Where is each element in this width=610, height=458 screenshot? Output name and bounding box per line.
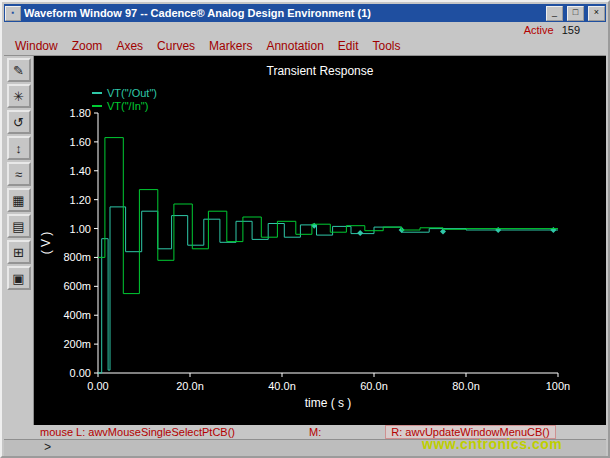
menu-curves[interactable]: Curves	[150, 39, 202, 53]
left-toolbar: ✎ ✳ ↺ ↕ ≈ ▦ ▤ ⊞ ▣	[4, 56, 34, 425]
x-axis-label: time ( s )	[305, 396, 352, 410]
waveform-tool-icon[interactable]: ≈	[7, 162, 31, 186]
x-tick-label: 80.0n	[452, 380, 480, 392]
grid-tool-icon[interactable]: ▣	[7, 266, 31, 290]
legend-swatch-in	[92, 105, 102, 107]
active-status-row: Active 159	[4, 22, 606, 37]
x-tick-label: 60.0n	[360, 380, 388, 392]
window-menu-icon[interactable]: ▪	[5, 6, 21, 21]
y-axis-label: ( V )	[39, 232, 53, 255]
prompt-symbol: >	[44, 441, 51, 455]
y-tick-label: 1.00	[70, 223, 91, 235]
menu-annotation[interactable]: Annotation	[259, 39, 330, 53]
active-label: Active	[524, 24, 554, 36]
watermark-text: www.cntronics.com	[422, 436, 562, 452]
window-body: ✎ ✳ ↺ ↕ ≈ ▦ ▤ ⊞ ▣ Transient Response VT(…	[4, 56, 606, 425]
y-tick-label: 600m	[63, 280, 91, 292]
trace-out[interactable]	[98, 207, 558, 373]
y-tick-label: 200m	[63, 338, 91, 350]
data-marker[interactable]	[495, 227, 501, 233]
menu-window[interactable]: Window	[8, 39, 65, 53]
menu-bar: Window Zoom Axes Curves Markers Annotati…	[4, 37, 606, 56]
axes	[98, 113, 558, 373]
legend-swatch-out	[92, 92, 102, 94]
x-tick-label: 0.00	[87, 380, 108, 392]
y-tick-label: 1.40	[70, 165, 91, 177]
legend-item-out[interactable]: VT("/Out")	[92, 86, 157, 99]
x-tick-label: 100n	[546, 380, 570, 392]
title-bar[interactable]: ▪ Waveform Window 97 -- Cadence® Analog …	[4, 4, 606, 22]
maximize-icon[interactable]: □	[567, 6, 584, 21]
data-marker[interactable]	[550, 227, 556, 233]
trace-in[interactable]	[98, 138, 558, 294]
y-tick-label: 1.20	[70, 194, 91, 206]
legend-label-in: VT("/In")	[107, 100, 148, 112]
legend: VT("/Out") VT("/In")	[92, 86, 157, 112]
data-marker[interactable]	[357, 230, 363, 236]
menu-tools[interactable]: Tools	[366, 39, 408, 53]
window-title: Waveform Window 97 -- Cadence® Analog De…	[24, 7, 542, 19]
y-tick-label: 400m	[63, 309, 91, 321]
plot-area[interactable]: Transient Response VT("/Out") VT("/In") …	[34, 56, 606, 425]
plot-title: Transient Response	[34, 64, 606, 78]
legend-label-out: VT("/Out")	[107, 87, 157, 99]
calculator-tool-icon[interactable]: ▦	[7, 188, 31, 212]
zap-tool-icon[interactable]: ✳	[7, 84, 31, 108]
y-tick-label: 1.80	[70, 107, 91, 119]
probe-tool-icon[interactable]: ✎	[7, 58, 31, 82]
reset-tool-icon[interactable]: ↺	[7, 110, 31, 134]
menu-axes[interactable]: Axes	[109, 39, 150, 53]
y-tick-label: 800m	[63, 251, 91, 263]
subwindow-tool-icon[interactable]: ▤	[7, 214, 31, 238]
marker-tool-icon[interactable]: ↕	[7, 136, 31, 160]
close-icon[interactable]: ×	[588, 6, 605, 21]
active-count: 159	[562, 24, 580, 36]
menu-edit[interactable]: Edit	[331, 39, 366, 53]
menu-zoom[interactable]: Zoom	[65, 39, 110, 53]
legend-item-in[interactable]: VT("/In")	[92, 99, 157, 112]
y-tick-label: 0.00	[70, 367, 91, 379]
waveform-window: ▪ Waveform Window 97 -- Cadence® Analog …	[0, 0, 610, 458]
mouse-left-binding: mouse L: awvMouseSingleSelectPtCB()	[40, 426, 235, 438]
minimize-icon[interactable]: _	[546, 6, 563, 21]
y-tick-label: 1.60	[70, 136, 91, 148]
mouse-middle-binding: M:	[309, 426, 321, 438]
menu-markers[interactable]: Markers	[202, 39, 259, 53]
strip-mode-tool-icon[interactable]: ⊞	[7, 240, 31, 264]
x-tick-label: 40.0n	[268, 380, 296, 392]
x-tick-label: 20.0n	[176, 380, 204, 392]
